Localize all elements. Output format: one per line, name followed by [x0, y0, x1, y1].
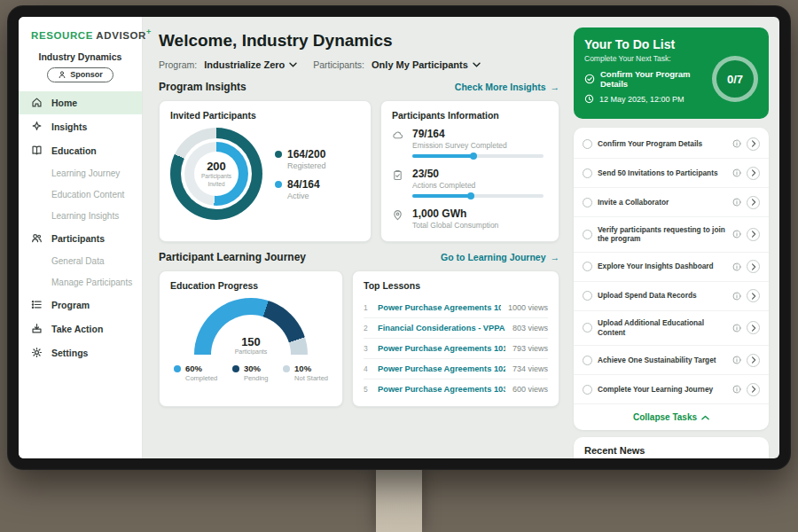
person-icon: [58, 70, 66, 79]
lesson-row[interactable]: 3 Power Purchase Agreements 101 793 view…: [364, 339, 548, 359]
lesson-title-link[interactable]: Power Purchase Agreements 102: [378, 364, 505, 373]
sidebar-item-take-action[interactable]: Take Action: [19, 317, 142, 340]
legend-item-active: 84/164 Active: [275, 178, 326, 200]
app-logo: RESOURCE ADVISOR+: [19, 27, 142, 41]
todo-task-row[interactable]: Explore Your Insights Dashboard: [574, 253, 769, 282]
main-content: Welcome, Industry Dynamics Program: Indu…: [143, 17, 570, 458]
donut-center-value: 200: [207, 160, 226, 173]
todo-task-row[interactable]: Send 50 Invitations to Participants: [574, 159, 769, 188]
lesson-views: 734 views: [512, 364, 548, 373]
go-to-learning-journey-link[interactable]: Go to Learning Journey →: [441, 252, 559, 262]
task-checkbox[interactable]: [583, 198, 592, 207]
participants-information-card: Participants Information 79/164 Emission…: [380, 100, 559, 242]
sidebar-item-manage-participants[interactable]: Manage Participants: [19, 272, 142, 293]
task-checkbox[interactable]: [583, 385, 592, 395]
home-icon: [31, 97, 43, 109]
sidebar-item-label: Education: [51, 145, 97, 156]
info-icon[interactable]: [732, 168, 741, 177]
monitor-stand: [376, 463, 422, 532]
sidebar-item-participants[interactable]: Participants: [19, 227, 142, 250]
task-open-button[interactable]: [747, 196, 760, 209]
lesson-row[interactable]: 5 Power Purchase Agreements 103 600 view…: [364, 379, 548, 399]
task-open-button[interactable]: [747, 289, 760, 302]
lesson-views: 803 views: [512, 324, 548, 332]
lesson-row[interactable]: 2 Financial Considerations - VPPAs 803 v…: [364, 318, 548, 339]
sidebar-item-learning-insights[interactable]: Learning Insights: [19, 206, 142, 226]
collapse-tasks-button[interactable]: Collapse Tasks: [574, 404, 769, 428]
check-more-insights-link[interactable]: Check More Insights →: [455, 82, 559, 92]
info-icon[interactable]: [732, 139, 741, 148]
info-icon[interactable]: [732, 262, 741, 271]
sidebar-item-settings[interactable]: Settings: [19, 341, 142, 364]
card-title: Top Lessons: [364, 280, 548, 291]
learning-journey-header: Participant Learning Journey Go to Learn…: [159, 251, 559, 263]
info-icon[interactable]: [732, 198, 741, 207]
sidebar-item-label: Take Action: [51, 324, 103, 334]
sidebar-item-education[interactable]: Education: [19, 139, 142, 162]
task-checkbox[interactable]: [583, 323, 592, 332]
info-icon[interactable]: [732, 356, 741, 364]
legend-value: 164/200: [287, 148, 326, 160]
sidebar-item-home[interactable]: Home: [19, 91, 142, 114]
invited-participants-card: Invited Participants 200 Participants In…: [159, 100, 372, 242]
clock-icon: [584, 94, 594, 104]
participants-select[interactable]: Only My Participants: [372, 59, 481, 70]
lesson-title-link[interactable]: Power Purchase Agreements 101: [378, 344, 505, 353]
lesson-title-link[interactable]: Power Purchase Agreements 101: [378, 303, 501, 312]
lesson-row[interactable]: 4 Power Purchase Agreements 102 734 view…: [364, 359, 548, 379]
sponsor-badge[interactable]: Sponsor: [47, 67, 113, 82]
info-icon[interactable]: [732, 385, 741, 394]
todo-task-row[interactable]: Upload Spend Data Records: [574, 282, 769, 311]
lesson-rank: 1: [364, 303, 371, 312]
info-icon[interactable]: [732, 292, 741, 301]
task-open-button[interactable]: [747, 167, 760, 180]
education-progress-gauge-chart: 150 Participants: [194, 298, 308, 355]
lesson-row[interactable]: 1 Power Purchase Agreements 101 1000 vie…: [364, 298, 548, 318]
legend-label: Not Started: [294, 374, 328, 382]
stat-value: 23/50: [412, 168, 544, 180]
task-checkbox[interactable]: [583, 262, 592, 271]
todo-task-row[interactable]: Confirm Your Program Details: [574, 129, 769, 159]
lesson-title-link[interactable]: Financial Considerations - VPPAs: [378, 324, 505, 332]
todo-task-row[interactable]: Invite a Collaborator: [574, 188, 769, 217]
todo-task-row[interactable]: Verify participants requesting to join t…: [574, 217, 769, 253]
todo-task-row[interactable]: Upload Additional Educational Content: [574, 311, 769, 347]
participants-filter-label: Participants:: [313, 59, 364, 70]
stat-value: 79/164: [412, 128, 544, 140]
sidebar-item-education-content[interactable]: Education Content: [19, 184, 142, 205]
task-open-button[interactable]: [747, 228, 760, 241]
task-checkbox[interactable]: [583, 168, 592, 178]
cloud-icon: [392, 128, 404, 158]
top-lessons-list: 1 Power Purchase Agreements 101 1000 vie…: [364, 298, 548, 399]
task-checkbox[interactable]: [583, 291, 592, 301]
task-open-button[interactable]: [747, 354, 760, 367]
task-label: Upload Spend Data Records: [598, 291, 727, 301]
info-icon[interactable]: [732, 230, 741, 239]
sidebar-item-label: Learning Journey: [51, 168, 120, 178]
task-checkbox[interactable]: [583, 230, 592, 239]
chevron-down-icon: [289, 62, 297, 67]
task-list: Confirm Your Program Details Send 50 Inv…: [574, 129, 769, 404]
card-title: Invited Participants: [170, 110, 360, 121]
sidebar-item-learning-journey[interactable]: Learning Journey: [19, 163, 142, 184]
task-checkbox[interactable]: [583, 139, 592, 149]
sidebar-item-general-data[interactable]: General Data: [19, 251, 142, 271]
task-open-button[interactable]: [747, 137, 760, 151]
todo-task-row[interactable]: Complete Your Learning Journey: [574, 375, 769, 404]
task-checkbox[interactable]: [583, 356, 592, 365]
invited-participants-donut-chart: 200 Participants Invited: [170, 128, 262, 220]
legend-dot: [174, 365, 181, 372]
task-label: Invite a Collaborator: [598, 198, 727, 207]
program-select[interactable]: Industrialize Zero: [204, 59, 297, 70]
resource-advisor-dashboard: RESOURCE ADVISOR+ Industry Dynamics Spon…: [19, 17, 779, 458]
lesson-title-link[interactable]: Power Purchase Agreements 103: [378, 385, 505, 394]
todo-progress-value: 0/7: [727, 73, 743, 86]
sidebar-item-insights[interactable]: Insights: [19, 115, 142, 138]
task-open-button[interactable]: [747, 260, 760, 273]
sidebar-item-program[interactable]: Program: [19, 293, 142, 317]
info-icon[interactable]: [732, 324, 741, 332]
task-open-button[interactable]: [747, 321, 760, 334]
todo-task-row[interactable]: Achieve One Sustainability Target: [574, 346, 769, 375]
task-open-button[interactable]: [747, 383, 760, 396]
collapse-tasks-label: Collapse Tasks: [633, 412, 697, 422]
